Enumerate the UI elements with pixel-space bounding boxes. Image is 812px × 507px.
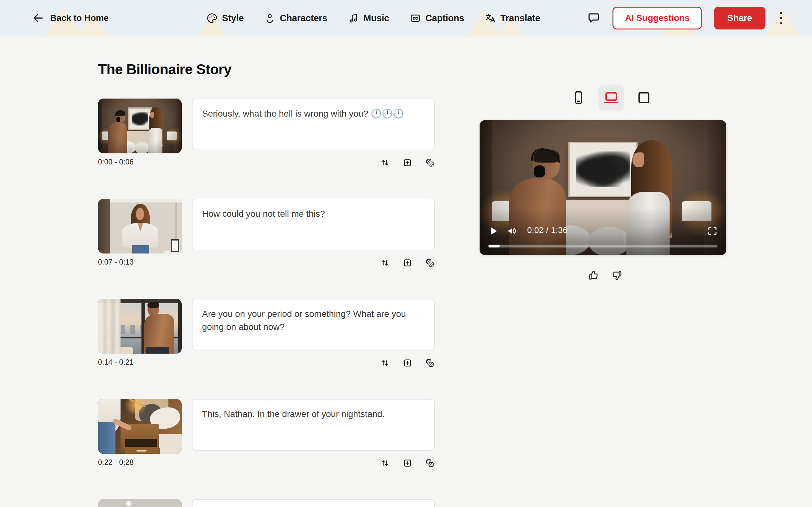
transition-button[interactable] xyxy=(425,258,435,268)
arrow-left-icon xyxy=(32,12,44,24)
play-button[interactable] xyxy=(488,225,499,237)
share-button[interactable]: Share xyxy=(714,7,765,30)
fullscreen-button[interactable] xyxy=(707,225,718,237)
music-note-icon xyxy=(348,12,359,24)
scene-row xyxy=(98,499,435,507)
scene-thumbnail[interactable] xyxy=(98,199,182,253)
scene-media: 0:14 - 0:21 xyxy=(98,299,182,368)
scene-content: Are you on your period or something? Wha… xyxy=(192,299,435,368)
reorder-arrows-icon xyxy=(380,458,390,468)
scene-actions xyxy=(192,458,435,468)
chat-bubble-icon xyxy=(587,11,600,25)
transition-icon xyxy=(425,258,435,268)
device-square-button[interactable] xyxy=(636,89,652,106)
comments-button[interactable] xyxy=(587,11,600,25)
add-scene-button[interactable] xyxy=(403,358,412,368)
scene-actions xyxy=(192,158,435,168)
reorder-arrows-icon xyxy=(380,258,390,268)
add-scene-icon xyxy=(403,158,412,168)
translate-icon xyxy=(485,12,496,24)
scene-media: 0:07 - 0:13 xyxy=(98,199,182,268)
volume-button[interactable] xyxy=(507,225,518,237)
scene-thumbnail[interactable] xyxy=(98,499,182,507)
scene-thumbnail[interactable] xyxy=(98,399,182,454)
back-to-home-button[interactable]: Back to Home xyxy=(32,12,108,24)
scene-caption-input[interactable] xyxy=(192,499,435,507)
scene-row: 0:14 - 0:21 Are you on your period or so… xyxy=(98,299,435,368)
editor-nav: Style Characters Music Captions Tra xyxy=(206,12,540,24)
fullscreen-icon xyxy=(707,225,718,237)
scene-content: This, Nathan. In the drawer of your nigh… xyxy=(192,399,435,468)
scene-caption-input[interactable]: How could you not tell me this? xyxy=(192,199,435,250)
header-actions: AI Suggestions Share xyxy=(587,7,785,30)
transition-button[interactable] xyxy=(425,458,435,468)
nav-translate-label: Translate xyxy=(501,13,541,23)
scene-thumbnail[interactable] xyxy=(98,99,182,153)
scene-content: Seriously, what the hell is wrong with y… xyxy=(192,99,435,168)
laptop-icon xyxy=(602,89,620,107)
add-scene-button[interactable] xyxy=(403,158,412,168)
device-laptop-button[interactable] xyxy=(598,84,624,111)
transition-icon xyxy=(425,458,435,468)
transition-icon xyxy=(425,358,435,368)
scene-time-range: 0:07 - 0:13 xyxy=(98,258,182,267)
reorder-arrows-icon xyxy=(380,358,390,368)
add-scene-button[interactable] xyxy=(403,458,412,468)
square-icon xyxy=(636,89,652,106)
add-scene-icon xyxy=(403,458,412,468)
nav-captions[interactable]: Captions xyxy=(409,12,464,24)
scene-time-range: 0:14 - 0:21 xyxy=(98,358,182,367)
nav-music-label: Music xyxy=(363,13,389,23)
nav-captions-label: Captions xyxy=(425,13,464,23)
scene-caption-input[interactable]: This, Nathan. In the drawer of your nigh… xyxy=(192,399,435,451)
progress-bar[interactable] xyxy=(489,245,717,247)
scene-media: 0:00 - 0:06 xyxy=(98,99,182,168)
nav-style-label: Style xyxy=(222,13,244,23)
transition-icon xyxy=(425,158,435,168)
volume-icon xyxy=(507,225,518,237)
device-phone-button[interactable] xyxy=(570,89,587,106)
reorder-scene-button[interactable] xyxy=(380,258,390,268)
scene-actions xyxy=(192,258,435,268)
reorder-arrows-icon xyxy=(380,158,390,168)
scene-row: 0:00 - 0:06 Seriously, what the hell is … xyxy=(98,99,435,168)
add-scene-button[interactable] xyxy=(403,258,412,268)
thumb-up-icon xyxy=(588,269,600,281)
captions-icon xyxy=(409,12,421,24)
thumbs-up-button[interactable] xyxy=(588,269,600,281)
add-scene-icon xyxy=(403,358,412,368)
scene-time-range: 0:22 - 0:28 xyxy=(98,458,182,467)
nav-style[interactable]: Style xyxy=(206,12,244,24)
add-scene-icon xyxy=(403,258,412,268)
playback-time: 0:02 / 1:36 xyxy=(527,225,567,235)
transition-button[interactable] xyxy=(425,358,435,368)
back-label: Back to Home xyxy=(50,13,108,23)
nav-characters[interactable]: Characters xyxy=(264,12,327,24)
video-player[interactable]: 0:02 / 1:36 xyxy=(479,120,726,255)
kebab-menu-icon[interactable] xyxy=(777,9,785,27)
ai-suggestions-button[interactable]: AI Suggestions xyxy=(612,7,702,30)
reorder-scene-button[interactable] xyxy=(380,358,390,368)
scene-media xyxy=(98,499,182,507)
top-toolbar: Back to Home Style Characters Music xyxy=(0,0,812,37)
scene-list-panel: The Billionaire Story 0:00 - 0:06 Seriou… xyxy=(98,37,435,507)
scene-caption-input[interactable]: Are you on your period or something? Wha… xyxy=(192,299,435,350)
transition-button[interactable] xyxy=(425,158,435,168)
thumbs-down-button[interactable] xyxy=(611,269,623,281)
person-icon xyxy=(264,12,275,24)
thumb-down-icon xyxy=(611,269,623,281)
reorder-scene-button[interactable] xyxy=(380,158,390,168)
scene-thumbnail[interactable] xyxy=(98,299,182,354)
nav-music[interactable]: Music xyxy=(348,12,389,24)
phone-icon xyxy=(570,89,587,106)
scene-time-range: 0:00 - 0:06 xyxy=(98,158,182,166)
editor-body: The Billionaire Story 0:00 - 0:06 Seriou… xyxy=(0,37,812,507)
palette-icon xyxy=(206,12,218,24)
scene-row: 0:07 - 0:13 How could you not tell me th… xyxy=(98,199,435,268)
scene-caption-input[interactable]: Seriously, what the hell is wrong with y… xyxy=(192,99,435,150)
page-title: The Billionaire Story xyxy=(98,61,435,78)
scene-content xyxy=(192,499,435,507)
scene-row: 0:22 - 0:28 This, Nathan. In the drawer … xyxy=(98,399,435,468)
nav-translate[interactable]: Translate xyxy=(485,12,541,24)
reorder-scene-button[interactable] xyxy=(380,458,390,468)
